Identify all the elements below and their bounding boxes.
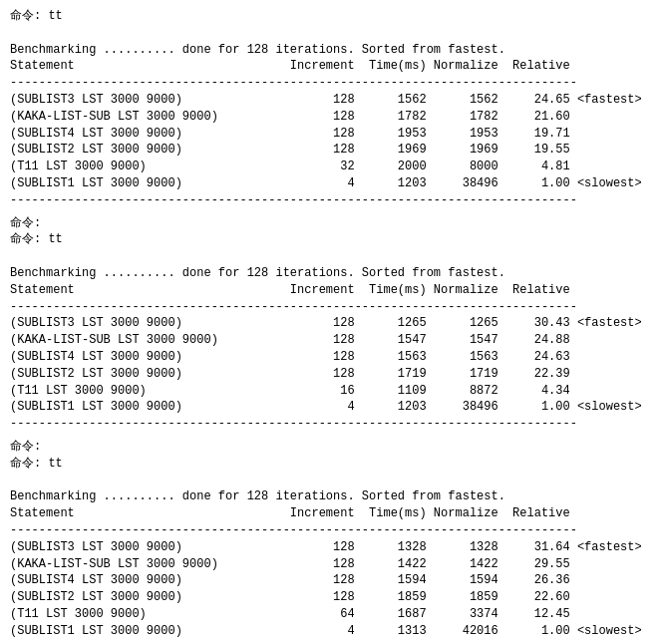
row-2-4: (T11 LST 3000 9000) 16 1109 8872 4.34 bbox=[10, 383, 654, 400]
blank-3 bbox=[10, 473, 654, 489]
row-3-4: (T11 LST 3000 9000) 64 1687 3374 12.45 bbox=[10, 606, 654, 623]
terminal-output: 命令: tt Benchmarking .......... done for … bbox=[10, 8, 654, 644]
row-3-1: (KAKA-LIST-SUB LST 3000 9000) 128 1422 1… bbox=[10, 556, 654, 573]
bench-header-1: Benchmarking .......... done for 128 ite… bbox=[10, 42, 654, 59]
sep-1: ----------------------------------------… bbox=[10, 75, 654, 92]
col-header-2: Statement Increment Time(ms) Normalize R… bbox=[10, 282, 654, 299]
row-2-3: (SUBLIST2 LST 3000 9000) 128 1719 1719 2… bbox=[10, 366, 654, 383]
block-1: 命令: tt Benchmarking .......... done for … bbox=[10, 8, 654, 209]
blank-2 bbox=[10, 248, 654, 265]
row-1-5: (SUBLIST1 LST 3000 9000) 4 1203 38496 1.… bbox=[10, 175, 654, 192]
row-3-5: (SUBLIST1 LST 3000 9000) 4 1313 42016 1.… bbox=[10, 623, 654, 640]
row-1-3: (SUBLIST2 LST 3000 9000) 128 1969 1969 1… bbox=[10, 142, 654, 159]
row-3-2: (SUBLIST4 LST 3000 9000) 128 1594 1594 2… bbox=[10, 572, 654, 589]
row-3-3: (SUBLIST2 LST 3000 9000) 128 1859 1859 2… bbox=[10, 589, 654, 606]
prompt-2a: 命令: bbox=[10, 215, 654, 232]
prompt-3a: 命令: bbox=[10, 439, 654, 456]
row-2-1: (KAKA-LIST-SUB LST 3000 9000) 128 1547 1… bbox=[10, 332, 654, 349]
col-header-3: Statement Increment Time(ms) Normalize R… bbox=[10, 505, 654, 522]
bench-header-3: Benchmarking .......... done for 128 ite… bbox=[10, 488, 654, 505]
row-1-2: (SUBLIST4 LST 3000 9000) 128 1953 1953 1… bbox=[10, 126, 654, 143]
row-1-1: (KAKA-LIST-SUB LST 3000 9000) 128 1782 1… bbox=[10, 109, 654, 126]
col-header-1: Statement Increment Time(ms) Normalize R… bbox=[10, 58, 654, 75]
block-3: 命令: 命令: tt Benchmarking .......... done … bbox=[10, 439, 654, 644]
sep-2: ----------------------------------------… bbox=[10, 299, 654, 316]
sep2-1: ----------------------------------------… bbox=[10, 192, 654, 209]
row-3-0: (SUBLIST3 LST 3000 9000) 128 1328 1328 3… bbox=[10, 539, 654, 556]
sep2-2: ----------------------------------------… bbox=[10, 416, 654, 433]
blank-1 bbox=[10, 25, 654, 42]
bench-header-2: Benchmarking .......... done for 128 ite… bbox=[10, 265, 654, 282]
row-1-4: (T11 LST 3000 9000) 32 2000 8000 4.81 bbox=[10, 159, 654, 175]
prompt-2b: 命令: tt bbox=[10, 231, 654, 248]
row-2-0: (SUBLIST3 LST 3000 9000) 128 1265 1265 3… bbox=[10, 315, 654, 332]
sep-3: ----------------------------------------… bbox=[10, 522, 654, 539]
sep2-3: ----------------------------------------… bbox=[10, 639, 654, 644]
row-1-0: (SUBLIST3 LST 3000 9000) 128 1562 1562 2… bbox=[10, 92, 654, 109]
block-2: 命令: 命令: tt Benchmarking .......... done … bbox=[10, 215, 654, 433]
row-2-2: (SUBLIST4 LST 3000 9000) 128 1563 1563 2… bbox=[10, 349, 654, 366]
prompt-3b: 命令: tt bbox=[10, 456, 654, 473]
prompt-1: 命令: tt bbox=[10, 8, 654, 25]
row-2-5: (SUBLIST1 LST 3000 9000) 4 1203 38496 1.… bbox=[10, 399, 654, 416]
